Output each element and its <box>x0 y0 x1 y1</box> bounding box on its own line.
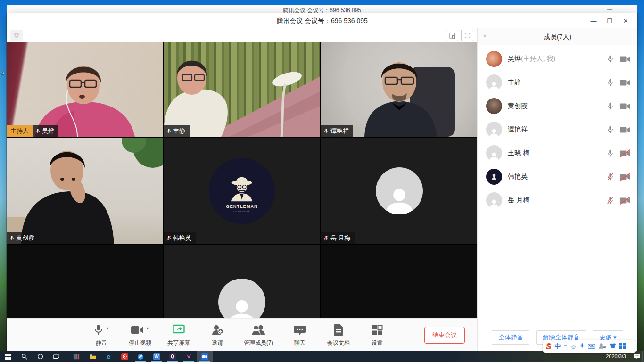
settings-button[interactable]: 设置 <box>365 322 389 347</box>
browser-app-icon[interactable] <box>132 351 149 362</box>
minimize-button[interactable]: — <box>586 13 602 28</box>
participant-name: 黄创霞 <box>16 234 34 242</box>
video-tile-empty-left[interactable] <box>7 245 163 318</box>
member-name: 王晓 梅 <box>508 149 529 156</box>
mic-status-icon[interactable] <box>607 101 614 111</box>
stop-video-button[interactable]: ▲ 停止视频 <box>128 322 152 347</box>
invite-button[interactable]: 邀请 <box>205 322 230 347</box>
member-name: 韩艳英 <box>508 173 528 180</box>
edge-browser-icon[interactable]: e <box>100 351 116 362</box>
meeting-toolbar: ▲ 静音 ▲ 停止视频 共享屏幕 <box>7 318 477 351</box>
chat-icon <box>294 324 306 336</box>
toolbox-grid-icon[interactable] <box>619 342 626 351</box>
mic-status-icon[interactable] <box>607 78 614 87</box>
default-avatar <box>218 279 265 318</box>
camera-status-icon[interactable] <box>619 126 631 134</box>
avatar <box>486 192 502 208</box>
sogou-logo-icon[interactable]: S <box>546 342 551 351</box>
member-row-fengjing[interactable]: 丰静 <box>478 71 637 94</box>
video-tile-wuye[interactable]: 主持人 吴烨 <box>7 42 163 137</box>
voice-input-icon[interactable] <box>580 342 585 351</box>
video-options-caret[interactable]: ▲ <box>146 326 149 330</box>
share-screen-button[interactable]: 共享屏幕 <box>166 322 191 347</box>
wps-writer-icon[interactable]: W <box>149 351 165 362</box>
camera-status-icon[interactable] <box>619 102 631 110</box>
v-app-icon[interactable] <box>181 351 197 362</box>
camera-status-icon[interactable] <box>619 197 631 205</box>
meeting-security-icon[interactable] <box>10 30 23 41</box>
video-tile-empty-right[interactable] <box>321 245 477 318</box>
tile-name-label: 韩艳英 <box>164 232 196 244</box>
tile-name-label: 黄创霞 <box>7 232 39 244</box>
video-tile-hanyanying[interactable]: GENTLEMAN silhouette 韩艳英 <box>164 138 320 244</box>
avatar <box>486 122 502 138</box>
camera-status-icon[interactable] <box>619 79 631 87</box>
meeting-docs-button[interactable]: 会议文档 <box>326 322 351 347</box>
emoji-icon[interactable]: ☺ <box>570 343 577 350</box>
participant-name: 丰静 <box>173 127 185 135</box>
member-row-wangxiaomei[interactable]: 王晓 梅 <box>478 141 637 165</box>
mute-all-button[interactable]: 全体静音 <box>492 330 529 345</box>
member-name: 丰静 <box>508 78 521 86</box>
camera-status-icon[interactable] <box>619 55 631 63</box>
video-tile-yueyuemei[interactable]: 岳 月梅 <box>321 138 477 244</box>
show-desktop-strip[interactable] <box>642 351 644 362</box>
maximize-button[interactable]: ☐ <box>602 13 618 28</box>
camera-status-icon[interactable] <box>619 149 631 157</box>
chat-button[interactable]: 聊天 <box>288 322 312 347</box>
video-tile-huangchuangxia[interactable]: 黄创霞 <box>7 138 163 244</box>
host-badge: 主持人 <box>7 125 33 137</box>
tile-name-label: 谭艳祥 <box>321 125 353 137</box>
video-tile-wangxiaomei[interactable] <box>164 245 320 318</box>
layout-switch-icon[interactable] <box>446 30 458 41</box>
tile-name-label: 主持人 吴烨 <box>7 125 58 137</box>
mic-status-icon[interactable] <box>607 196 614 205</box>
mic-status-icon[interactable] <box>607 172 614 181</box>
q-app-icon[interactable]: Q <box>165 351 181 362</box>
start-button[interactable] <box>0 351 16 362</box>
taskbar-date[interactable]: 2020/3/3 <box>606 354 626 359</box>
notification-center-icon[interactable] <box>634 353 640 362</box>
video-column: 主持人 吴烨 <box>7 28 477 351</box>
file-explorer-icon[interactable] <box>84 351 100 362</box>
avatar <box>486 98 502 114</box>
member-row-huangchuangxia[interactable]: 黄创霞 <box>478 94 637 118</box>
settings-grid-icon <box>372 324 383 336</box>
soft-keyboard-icon[interactable] <box>588 342 595 351</box>
member-row-yueyuemei[interactable]: 岳 月梅 <box>478 189 637 212</box>
member-row-wuye[interactable]: 吴烨(主持人, 我) <box>478 47 637 71</box>
red-app-icon[interactable] <box>116 351 132 362</box>
member-role-suffix: (主持人, 我) <box>521 55 555 62</box>
member-row-hanyanying[interactable]: GENTLEMAN 韩艳英 <box>478 165 637 189</box>
mic-options-caret[interactable]: ▲ <box>106 326 109 330</box>
video-tile-tanyanxiang[interactable]: 谭艳祥 <box>321 42 477 137</box>
video-tile-fengjing[interactable]: 丰静 <box>164 42 320 137</box>
tile-name-label: 岳 月梅 <box>321 232 355 244</box>
cortana-icon[interactable] <box>32 351 48 362</box>
mic-status-icon[interactable] <box>607 125 614 134</box>
camera-status-icon[interactable] <box>619 173 631 181</box>
input-language-chinese[interactable]: 中 <box>554 342 561 351</box>
mute-button[interactable]: ▲ 静音 <box>89 322 114 347</box>
mic-muted-icon <box>323 235 329 241</box>
mic-on-icon <box>35 128 41 134</box>
search-icon[interactable] <box>16 351 32 362</box>
task-view-icon[interactable] <box>48 351 64 362</box>
punctuation-icon[interactable]: °’ <box>564 344 567 349</box>
winrar-icon[interactable] <box>68 351 84 362</box>
document-icon <box>333 324 344 336</box>
manage-members-button[interactable]: 管理成员(7) <box>244 322 273 347</box>
level-badge-icon[interactable]: 10 <box>599 342 606 351</box>
tencent-meeting-taskbar-icon[interactable] <box>197 351 213 362</box>
mic-status-icon[interactable] <box>607 148 614 158</box>
close-button[interactable]: ✕ <box>618 13 634 28</box>
member-row-tanyanxiang[interactable]: 谭艳祥 <box>478 118 637 141</box>
windows-taskbar: e W Q 2020/3/3 <box>0 351 644 362</box>
fullscreen-icon[interactable] <box>461 30 473 41</box>
sogou-input-toolbar[interactable]: S 中 °’ ☺ 10 <box>543 340 636 353</box>
background-window[interactable]: 腾讯会议 会议号：696 536 095 — <box>7 5 637 14</box>
end-meeting-button[interactable]: 结束会议 <box>424 327 465 344</box>
skin-tshirt-icon[interactable] <box>609 342 616 351</box>
desktop-icon-label[interactable]: s <box>1 70 4 75</box>
mic-status-icon[interactable] <box>607 54 614 64</box>
